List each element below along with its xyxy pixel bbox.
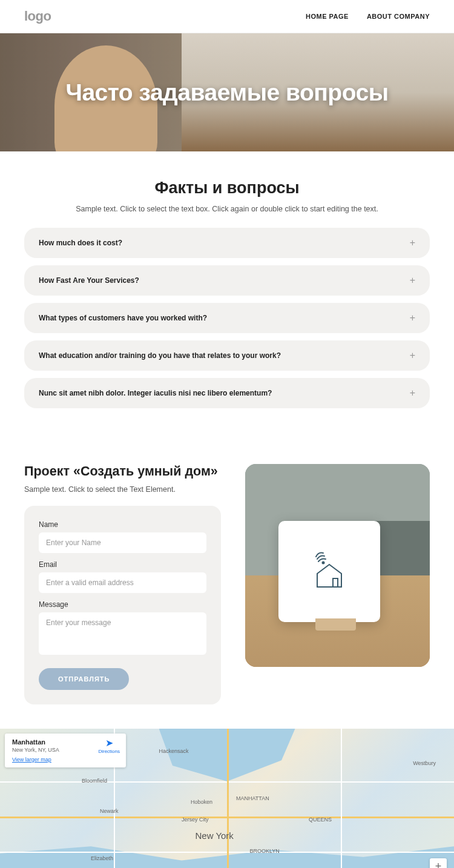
nav-about[interactable]: ABOUT COMPANY [367,13,430,20]
faq-item[interactable]: What education and/or training do you ha… [24,340,430,371]
faq-item[interactable]: How much does it cost? + [24,228,430,258]
smart-home-image [245,464,430,667]
map-section[interactable]: Paterson Clifton Hackensack Bloomfield N… [0,729,454,868]
faq-list: How much does it cost? + How Fast Are Yo… [24,228,430,408]
plus-icon: + [410,275,415,286]
map-label: Hackensack [159,748,189,754]
map-label: Newark [100,808,119,814]
contact-form: Name Email Message ОТПРАВЛЯТЬ [24,506,221,704]
hero-banner: Часто задаваемые вопросы [0,33,454,151]
map-info-card: Manhattan New York, NY, USA View larger … [5,734,126,767]
map-label: Jersey City [182,817,209,823]
contact-left: Проект «Создать умный дом» Sample text. … [24,464,221,704]
faq-item[interactable]: How Fast Are Your Services? + [24,265,430,296]
plus-icon: + [410,388,415,399]
faq-heading: Факты и вопросы [24,179,430,197]
map-view-larger[interactable]: View larger map [12,757,51,763]
submit-button[interactable]: ОТПРАВЛЯТЬ [39,668,129,690]
message-label: Message [39,600,206,609]
map-label: BROOKLYN [250,848,280,854]
plus-icon: + [410,350,415,361]
faq-question: Nunc sit amet nibh dolor. Integer iaculi… [39,389,272,397]
faq-question: What types of customers have you worked … [39,314,207,322]
contact-image-wrap [245,464,430,667]
map-label: Bloomfield [82,778,107,784]
faq-question: How much does it cost? [39,239,122,247]
contact-heading: Проект «Создать умный дом» [24,464,221,479]
map-label: Elizabeth [91,855,113,861]
faq-question: How Fast Are Your Services? [39,276,139,285]
svg-rect-1 [333,578,338,587]
map-label: MANHATTAN [236,795,269,801]
directions-icon: ➤ [98,737,120,749]
plus-icon: + [410,313,415,323]
plus-icon: + [410,237,415,248]
zoom-in-button[interactable]: + [430,858,447,868]
faq-item[interactable]: Nunc sit amet nibh dolor. Integer iaculi… [24,378,430,408]
smart-home-icon [311,549,347,594]
contact-section: Проект «Создать умный дом» Sample text. … [0,446,454,729]
map-label: Hoboken [191,799,212,805]
map-city-label: New York [196,830,234,841]
faq-question: What education and/or training do you ha… [39,351,281,360]
site-logo[interactable]: logo [24,8,51,24]
map-zoom-control: + − [430,858,447,868]
main-nav: HOME PAGE ABOUT COMPANY [306,13,430,20]
name-input[interactable] [39,532,206,553]
contact-subtext: Sample text. Click to select the Text El… [24,485,221,494]
message-input[interactable] [39,612,206,655]
tablet-device [278,521,380,623]
nav-home[interactable]: HOME PAGE [306,13,349,20]
svg-point-0 [322,562,324,563]
site-header: logo HOME PAGE ABOUT COMPANY [0,0,454,33]
faq-section: Факты и вопросы Sample text. Click to se… [0,151,454,446]
map-directions[interactable]: ➤ Directions [98,737,120,754]
name-label: Name [39,520,206,529]
email-input[interactable] [39,572,206,593]
email-label: Email [39,560,206,569]
map-label: QUEENS [309,817,332,823]
faq-item[interactable]: What types of customers have you worked … [24,303,430,333]
hero-title: Часто задаваемые вопросы [65,79,388,106]
map-label: Westbury [413,760,436,766]
faq-subtext: Sample text. Click to select the text bo… [24,205,430,213]
